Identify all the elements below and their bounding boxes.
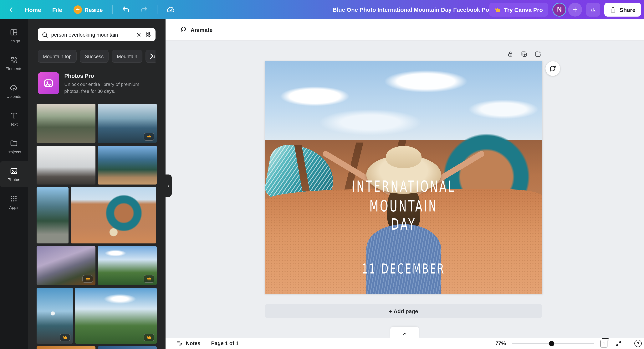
clear-search-icon[interactable] xyxy=(136,32,142,38)
filter-icon[interactable] xyxy=(145,31,152,38)
chip-label: Mountain xyxy=(117,53,138,59)
photo-row xyxy=(36,187,157,243)
photos-panel: Mountain top Success Mountain Su Photos … xyxy=(28,19,166,349)
cloud-check-icon xyxy=(166,5,176,14)
sidebar-item-apps[interactable]: Apps xyxy=(0,189,28,215)
crown-icon xyxy=(73,6,82,14)
design-text-line[interactable]: DAY xyxy=(391,215,416,233)
elements-icon xyxy=(10,56,18,64)
save-status-button[interactable] xyxy=(164,3,178,17)
chips-scroll-right-icon[interactable] xyxy=(148,52,156,60)
sidebar: Design Elements Uploads Text Projects Ph… xyxy=(0,19,28,349)
pro-badge xyxy=(144,333,154,341)
top-bar-right: Try Canva Pro N Share xyxy=(490,3,641,17)
notes-icon xyxy=(176,340,182,347)
folder-icon xyxy=(10,139,18,147)
chip-mountain[interactable]: Mountain xyxy=(112,50,142,63)
file-label: File xyxy=(52,6,62,13)
photo-blue-landscape-partial[interactable] xyxy=(98,346,157,349)
design-title[interactable]: Blue One Photo International Mountain Da… xyxy=(332,6,494,13)
photo-woman-arms-raised-horseshoe-bend[interactable] xyxy=(71,187,156,243)
search-input[interactable] xyxy=(51,32,133,38)
page-number: 1 xyxy=(603,341,605,346)
try-canva-pro-button[interactable]: Try Canva Pro xyxy=(490,3,548,17)
add-page-button[interactable]: + Add page xyxy=(265,304,542,318)
file-menu-button[interactable]: File xyxy=(49,4,65,15)
photos-icon xyxy=(10,167,18,175)
apps-grid-icon xyxy=(10,194,18,203)
back-button[interactable] xyxy=(6,4,17,16)
fullscreen-button[interactable] xyxy=(615,340,622,347)
sidebar-item-label: Elements xyxy=(6,66,22,71)
chevron-up-icon xyxy=(402,331,407,336)
design-text-line[interactable]: INTERNATIONAL xyxy=(352,177,456,195)
photo-row xyxy=(36,146,157,185)
context-toolbar: Animate xyxy=(166,19,644,41)
photos-pro-description: Unlock our entire library of premium pho… xyxy=(64,81,145,95)
zoom-slider[interactable] xyxy=(512,343,594,344)
chevron-left-icon xyxy=(167,184,170,188)
help-button[interactable]: ? xyxy=(634,340,642,347)
divider xyxy=(157,5,158,14)
photo-stormy-autumn-valley[interactable] xyxy=(36,246,96,285)
share-icon xyxy=(610,6,616,13)
sidebar-item-elements[interactable]: Elements xyxy=(0,50,28,76)
add-page-icon[interactable] xyxy=(534,51,542,58)
pro-badge xyxy=(82,275,93,283)
photo-orange-landscape-partial[interactable] xyxy=(36,346,96,349)
add-comment-button[interactable] xyxy=(546,61,560,76)
panel-collapse-handle[interactable] xyxy=(166,175,172,197)
sidebar-item-design[interactable]: Design xyxy=(0,22,28,49)
design-canvas-page[interactable]: INTERNATIONAL MOUNTAIN DAY 11 DECEMBER xyxy=(265,61,542,294)
canva-editor: Home File Resize Blue One Photo Internat… xyxy=(0,0,644,349)
zoom-level[interactable]: 77% xyxy=(496,340,506,346)
share-label: Share xyxy=(620,6,636,13)
photo-woman-sitting-on-mountain-ridge[interactable] xyxy=(98,104,157,143)
sidebar-item-photos[interactable]: Photos xyxy=(0,161,28,187)
account-avatar[interactable]: N xyxy=(552,3,566,17)
animate-button[interactable]: Animate xyxy=(176,24,216,36)
unlock-icon[interactable] xyxy=(506,51,514,58)
zoom-slider-thumb[interactable] xyxy=(549,341,554,346)
chip-label: Success xyxy=(85,53,104,59)
photo-hiker-in-fog[interactable] xyxy=(36,146,96,185)
chip-mountain-top[interactable]: Mountain top xyxy=(38,50,76,63)
upload-cloud-icon xyxy=(10,83,18,92)
add-member-button[interactable] xyxy=(568,3,582,17)
photo-person-on-viewing-platform[interactable] xyxy=(98,146,157,185)
animate-label: Animate xyxy=(190,27,212,33)
crown-icon xyxy=(85,276,90,281)
toolbar-collapse-tab[interactable] xyxy=(390,327,419,338)
photo-row xyxy=(36,288,157,343)
sidebar-item-label: Projects xyxy=(6,149,21,154)
notes-button[interactable]: Notes xyxy=(166,340,200,347)
grid-view-button[interactable]: 1 xyxy=(600,339,608,347)
sidebar-item-text[interactable]: Text xyxy=(0,106,28,132)
pro-badge xyxy=(144,275,154,283)
top-bar-left: Home File Resize xyxy=(0,3,178,17)
add-page-label: + Add page xyxy=(389,308,418,314)
crown-icon xyxy=(62,335,68,340)
chip-success[interactable]: Success xyxy=(80,50,108,63)
sidebar-item-uploads[interactable]: Uploads xyxy=(0,78,28,104)
design-text-date[interactable]: 11 DECEMBER xyxy=(362,261,445,277)
design-text-line[interactable]: MOUNTAIN xyxy=(369,197,438,215)
duplicate-page-icon[interactable] xyxy=(520,51,528,58)
insights-button[interactable] xyxy=(586,3,600,17)
redo-button[interactable] xyxy=(138,3,150,16)
photo-mountain-town-green-valley[interactable] xyxy=(75,288,157,343)
page-indicator: Page 1 of 1 xyxy=(211,340,239,346)
photo-green-mountain-overlook[interactable] xyxy=(98,246,157,285)
photo-hand-catching-drone-lake[interactable] xyxy=(36,288,73,343)
share-button[interactable]: Share xyxy=(604,3,641,17)
home-button[interactable]: Home xyxy=(22,4,44,15)
sidebar-item-projects[interactable]: Projects xyxy=(0,133,28,159)
resize-button[interactable]: Resize xyxy=(70,3,106,16)
status-bar-right: 77% 1 ? xyxy=(496,339,644,347)
photos-pro-banner[interactable]: Photos Pro Unlock our entire library of … xyxy=(38,72,156,95)
text-icon xyxy=(10,111,18,120)
photo-hiker-with-hat-mountain-valley[interactable] xyxy=(36,187,68,243)
undo-button[interactable] xyxy=(119,3,132,16)
photo-woman-by-alpine-lake[interactable] xyxy=(36,104,96,143)
top-bar: Home File Resize Blue One Photo Internat… xyxy=(0,0,644,19)
